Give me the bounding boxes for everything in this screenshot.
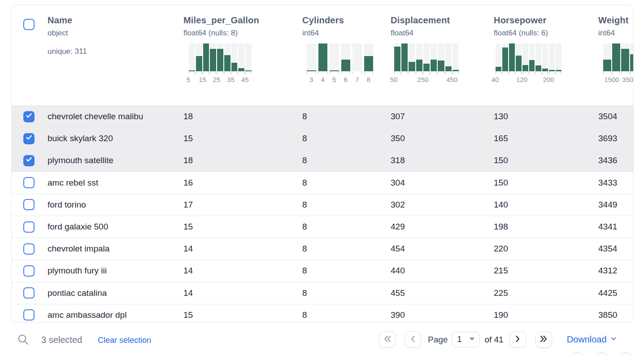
cell-miles-per-gallon: 15: [183, 134, 302, 143]
cell-cylinders: 8: [302, 310, 391, 320]
cell-name: plymouth satellite: [48, 156, 183, 165]
chevron-down-icon: [610, 334, 617, 345]
cell-miles-per-gallon: 17: [183, 200, 302, 210]
row-checkbox-cell: [12, 133, 48, 144]
cutoff-button-2[interactable]: [593, 352, 609, 355]
cell-miles-per-gallon: 14: [183, 244, 302, 254]
cell-displacement: 440: [391, 266, 494, 276]
column-dtype: int64: [302, 29, 391, 38]
pagination: Page 1 of 41 Download: [379, 331, 617, 348]
histogram-weight: 15003500: [603, 43, 634, 83]
cell-displacement: 304: [391, 178, 494, 188]
row-checkbox[interactable]: [23, 309, 35, 320]
search-icon[interactable]: [17, 333, 30, 348]
clear-selection-link[interactable]: Clear selection: [98, 336, 151, 345]
cell-displacement: 390: [391, 310, 494, 320]
row-checkbox[interactable]: [23, 155, 35, 166]
row-checkbox-cell: [12, 221, 48, 233]
cell-horsepower: 225: [494, 288, 598, 298]
column-dtype: float64 (nulls: 6): [494, 29, 598, 38]
cell-horsepower: 220: [494, 244, 598, 254]
row-checkbox[interactable]: [23, 111, 35, 122]
cell-horsepower: 198: [494, 222, 598, 232]
cell-name: amc rebel sst: [48, 178, 183, 188]
cell-horsepower: 165: [494, 134, 598, 143]
page-select[interactable]: 1: [452, 332, 480, 347]
checkmark-icon: [25, 111, 33, 122]
table-row: chevrolet chevelle malibu1883071303504: [12, 105, 633, 127]
row-checkbox-cell: [12, 309, 48, 320]
cell-weight: 4312: [598, 266, 634, 276]
download-button[interactable]: Download: [567, 334, 617, 345]
table-row: amc rebel sst1683041503433: [12, 172, 633, 194]
checkmark-icon: [25, 133, 33, 144]
row-checkbox[interactable]: [23, 133, 35, 144]
table-row: ford galaxie 5001584291984341: [12, 216, 633, 238]
row-checkbox[interactable]: [23, 265, 35, 277]
cell-weight: 3436: [598, 156, 634, 165]
next-page-button[interactable]: [509, 331, 526, 348]
last-page-button[interactable]: [535, 331, 552, 348]
prev-page-button[interactable]: [405, 331, 421, 348]
page-total-label: of 41: [484, 335, 503, 345]
cell-name: amc ambassador dpl: [48, 310, 183, 320]
column-title: Name: [48, 15, 183, 26]
header-checkbox-cell: [12, 5, 48, 105]
column-title: Weight: [598, 15, 634, 26]
cell-name: chevrolet impala: [48, 244, 183, 254]
cell-weight: 4354: [598, 244, 634, 254]
row-checkbox-cell: [12, 199, 48, 210]
download-label: Download: [567, 334, 607, 345]
cell-cylinders: 8: [302, 178, 391, 188]
column-title: Horsepower: [494, 15, 598, 26]
table-body: chevrolet chevelle malibu1883071303504bu…: [12, 105, 633, 323]
cell-cylinders: 8: [302, 244, 391, 254]
row-checkbox-cell: [12, 265, 48, 277]
table-row: plymouth fury iii1484402154312: [12, 260, 633, 281]
row-checkbox[interactable]: [23, 243, 35, 255]
cell-name: chevrolet chevelle malibu: [48, 112, 183, 121]
column-header-cylinders: Cylinders int64 345678: [302, 5, 391, 105]
cell-name: pontiac catalina: [48, 288, 183, 298]
cell-weight: 3504: [598, 112, 634, 121]
cutoff-button-1[interactable]: [569, 352, 585, 355]
column-dtype: int64: [598, 29, 634, 38]
row-checkbox-cell: [12, 243, 48, 255]
cell-displacement: 350: [391, 134, 494, 143]
histogram-displacement: 50250450: [394, 43, 459, 83]
page-label: Page: [428, 335, 448, 345]
cell-horsepower: 190: [494, 310, 598, 320]
cell-horsepower: 130: [494, 112, 598, 121]
row-checkbox[interactable]: [23, 177, 35, 188]
table-row: buick skylark 3201583501653693: [12, 127, 633, 149]
cell-miles-per-gallon: 14: [183, 266, 302, 276]
row-checkbox[interactable]: [23, 221, 35, 233]
double-chevron-right-icon: [539, 334, 548, 346]
cell-horsepower: 140: [494, 200, 598, 210]
column-title: Displacement: [391, 15, 494, 26]
cell-cylinders: 8: [302, 222, 391, 232]
cutoff-button-3[interactable]: [618, 352, 634, 355]
cell-weight: 4425: [598, 288, 634, 298]
first-page-button[interactable]: [379, 331, 396, 348]
table-row: amc ambassador dpl1583901903850: [12, 304, 633, 323]
cell-weight: 3449: [598, 200, 634, 210]
cell-weight: 3693: [598, 134, 634, 143]
cell-horsepower: 150: [494, 156, 598, 165]
chevron-right-icon: [513, 334, 522, 346]
cell-cylinders: 8: [302, 156, 391, 165]
column-header-miles-per-gallon: Miles_per_Gallon float64 (nulls: 8) 5152…: [183, 5, 302, 105]
select-all-checkbox[interactable]: [23, 19, 35, 30]
column-header-name: Name object unique: 311: [48, 5, 183, 105]
column-header-displacement: Displacement float64 50250450: [391, 5, 494, 105]
cell-weight: 4341: [598, 222, 634, 232]
column-header-weight: Weight int64 15003500: [598, 5, 634, 105]
cell-miles-per-gallon: 16: [183, 178, 302, 188]
histogram-cylinders: 345678: [307, 43, 373, 83]
cell-displacement: 307: [391, 112, 494, 121]
row-checkbox[interactable]: [23, 287, 35, 299]
row-checkbox[interactable]: [23, 199, 35, 210]
data-table-card: Name object unique: 311 Miles_per_Gallon…: [11, 4, 634, 323]
cell-name: plymouth fury iii: [48, 266, 183, 276]
column-dtype: float64 (nulls: 8): [183, 29, 302, 38]
